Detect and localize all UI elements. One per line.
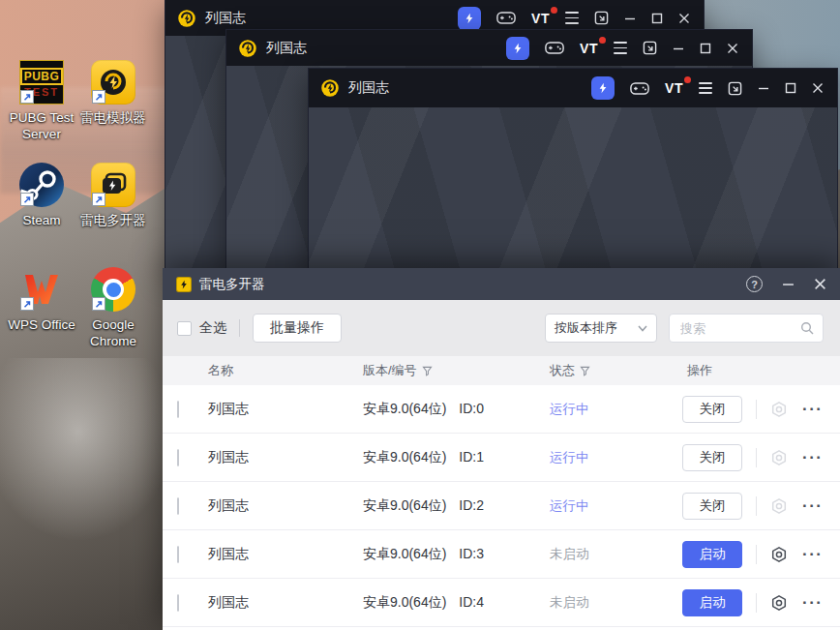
minimize-icon[interactable] xyxy=(758,82,769,94)
operations-cell: 关闭 ··· xyxy=(682,493,840,520)
action-button[interactable]: 启动 xyxy=(682,541,742,568)
search-box[interactable] xyxy=(669,314,824,343)
switch-window-icon[interactable] xyxy=(594,11,609,25)
close-icon[interactable] xyxy=(814,278,826,290)
manager-titlebar[interactable]: 雷电多开器 ? xyxy=(163,268,840,300)
boost-icon[interactable] xyxy=(591,76,615,100)
operations-divider xyxy=(756,400,757,419)
status-badge: 运行中 xyxy=(550,401,682,418)
vt-icon[interactable]: VT xyxy=(580,41,598,56)
maximize-icon[interactable] xyxy=(700,43,711,54)
filter-icon[interactable] xyxy=(422,366,433,376)
more-options-icon[interactable]: ··· xyxy=(802,453,823,463)
close-icon[interactable] xyxy=(812,82,824,94)
menu-icon[interactable] xyxy=(614,42,627,53)
sort-dropdown[interactable]: 按版本排序 xyxy=(545,314,657,343)
minimize-icon[interactable] xyxy=(673,43,684,54)
chevron-down-icon xyxy=(638,325,647,332)
filter-icon[interactable] xyxy=(580,366,590,376)
instance-version: 安卓9.0(64位) xyxy=(363,594,446,610)
boost-icon[interactable] xyxy=(506,37,529,60)
more-options-icon[interactable]: ··· xyxy=(802,550,823,559)
emulator-window: 列国志 VT xyxy=(308,68,838,269)
shortcut-arrow-icon xyxy=(92,297,105,311)
help-icon[interactable]: ? xyxy=(746,276,763,292)
action-button[interactable]: 启动 xyxy=(682,589,742,616)
desktop-icon-ldplayer[interactable]: 雷电模拟器 xyxy=(72,60,155,126)
operations-divider xyxy=(756,448,757,467)
search-input[interactable] xyxy=(678,320,800,337)
ldplayer-logo-icon xyxy=(320,78,340,98)
more-options-icon[interactable]: ··· xyxy=(802,501,823,511)
table-row: 列国志 安卓9.0(64位) ID:4 未启动 启动 ··· xyxy=(163,579,840,627)
table-body: 列国志 安卓9.0(64位) ID:0 运行中 关闭 ··· 列国志 安卓9.0… xyxy=(163,385,840,630)
settings-gear-icon[interactable] xyxy=(770,546,788,563)
emulator-loading-screen xyxy=(309,107,837,268)
emulator-window-title: 列国志 xyxy=(266,40,307,57)
operations-divider xyxy=(756,496,757,516)
multiplayer-manager-window: 雷电多开器 ? 全选 批量操作 按版本排序 xyxy=(163,268,840,630)
instance-name: 列国志 xyxy=(208,546,363,563)
close-icon[interactable] xyxy=(727,43,738,54)
desktop-icon-label: WPS Office xyxy=(8,316,75,333)
close-icon[interactable] xyxy=(678,13,690,24)
table-row: 列国志 安卓9.0(64位) ID:3 未启动 启动 ··· xyxy=(163,530,840,579)
desktop-icon-google-chrome[interactable]: Google Chrome xyxy=(72,267,155,349)
desktop-icon-ld-multiplayer[interactable]: 雷电多开器 xyxy=(72,163,155,228)
vt-icon[interactable]: VT xyxy=(531,11,550,26)
desktop-icon-label: Google Chrome xyxy=(90,316,136,349)
action-button[interactable]: 关闭 xyxy=(682,396,742,423)
boost-icon[interactable] xyxy=(458,7,481,30)
instance-version: 安卓9.0(64位) xyxy=(363,401,446,416)
more-options-icon[interactable]: ··· xyxy=(802,598,823,608)
instance-name: 列国志 xyxy=(208,449,363,466)
steam-icon xyxy=(19,163,64,207)
more-options-icon[interactable]: ··· xyxy=(802,405,823,414)
gamepad-icon[interactable] xyxy=(496,11,516,25)
row-checkbox[interactable] xyxy=(177,594,179,612)
shortcut-arrow-icon xyxy=(92,90,105,104)
manager-app-icon xyxy=(176,277,192,292)
minimize-icon[interactable] xyxy=(782,278,795,290)
emulator-titlebar[interactable]: 列国志 VT xyxy=(226,30,752,66)
row-checkbox[interactable] xyxy=(177,401,179,418)
menu-icon[interactable] xyxy=(699,82,712,94)
menu-icon[interactable] xyxy=(565,12,579,23)
gamepad-icon[interactable] xyxy=(545,41,564,55)
instance-version-cell: 安卓9.0(64位) ID:1 xyxy=(363,449,550,466)
instance-name: 列国志 xyxy=(208,401,363,418)
batch-operation-button[interactable]: 批量操作 xyxy=(253,314,342,343)
settings-gear-icon[interactable] xyxy=(770,401,788,418)
operations-cell: 启动 ··· xyxy=(682,589,840,616)
ld-multiplayer-icon xyxy=(91,163,135,207)
switch-window-icon[interactable] xyxy=(728,81,742,96)
instance-version: 安卓9.0(64位) xyxy=(363,546,446,561)
emulator-titlebar[interactable]: 列国志 VT xyxy=(309,69,837,107)
instance-version: 安卓9.0(64位) xyxy=(363,497,446,513)
table-row: 列国志 安卓9.0(64位) ID:1 运行中 关闭 ··· xyxy=(163,434,840,482)
row-checkbox[interactable] xyxy=(177,546,179,563)
switch-window-icon[interactable] xyxy=(643,41,657,55)
maximize-icon[interactable] xyxy=(785,82,796,94)
instance-id: ID:2 xyxy=(459,497,484,513)
settings-gear-icon[interactable] xyxy=(770,449,788,466)
ldplayer-logo-icon xyxy=(238,39,257,58)
vt-icon[interactable]: VT xyxy=(665,80,683,96)
header-version: 版本/编号 xyxy=(363,362,550,379)
row-checkbox[interactable] xyxy=(177,497,179,515)
settings-gear-icon[interactable] xyxy=(770,594,788,612)
pubg-logo-text: PUBG xyxy=(20,68,64,85)
status-badge: 运行中 xyxy=(550,497,682,515)
header-status: 状态 xyxy=(550,362,682,379)
operations-cell: 关闭 ··· xyxy=(682,396,840,423)
select-all-checkbox[interactable] xyxy=(177,321,192,336)
operations-cell: 启动 ··· xyxy=(682,541,840,568)
action-button[interactable]: 关闭 xyxy=(682,493,742,520)
gamepad-icon[interactable] xyxy=(630,81,649,96)
settings-gear-icon[interactable] xyxy=(770,497,788,515)
action-button[interactable]: 关闭 xyxy=(682,444,742,471)
instance-name: 列国志 xyxy=(208,497,363,515)
minimize-icon[interactable] xyxy=(624,13,636,24)
maximize-icon[interactable] xyxy=(651,13,663,24)
row-checkbox[interactable] xyxy=(177,449,179,466)
